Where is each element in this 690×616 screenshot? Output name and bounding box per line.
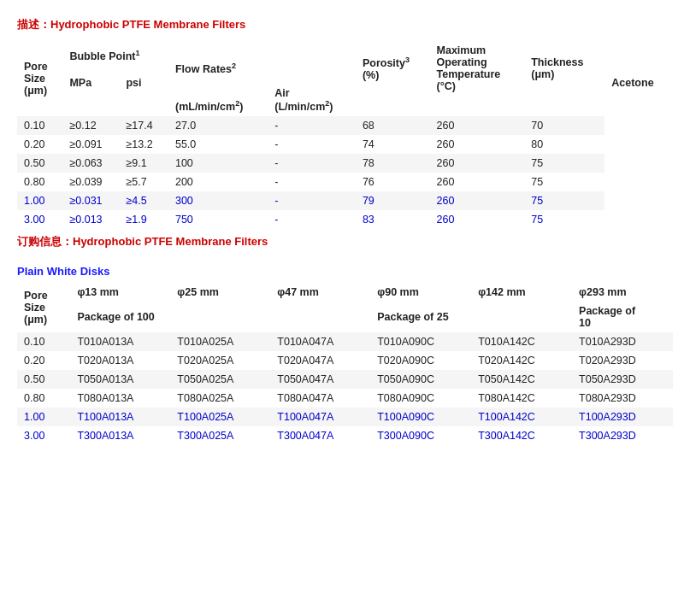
table1-cell: 0.50 (17, 154, 62, 173)
table1-cell: 3.00 (17, 210, 62, 229)
table2-cell: T300A293D (572, 426, 673, 445)
table2-cell: T300A142C (471, 426, 572, 445)
table2-cell: T100A293D (572, 408, 673, 426)
table2-cell: 0.50 (17, 370, 70, 389)
table1-cell: 260 (430, 191, 525, 210)
table1-cell: - (268, 173, 356, 191)
col2-header-pore: PoreSize(μm) (17, 283, 70, 332)
table2-cell: T020A047A (270, 351, 370, 370)
table2-cell: T080A090C (370, 389, 471, 408)
table2-cell: T300A090C (370, 426, 471, 445)
table2-cell: T300A025A (170, 426, 270, 445)
table1-cell: ≥1.9 (119, 210, 168, 229)
table2-cell: T020A090C (370, 351, 471, 370)
properties-table: PoreSize(μm) Bubble Point1 Flow Rates2 A… (17, 41, 673, 229)
table2-cell: T050A142C (471, 370, 572, 389)
col2-pkg100: Package of 100 (70, 302, 370, 332)
col-header-mpa: MPa (62, 69, 119, 96)
table1-cell: - (268, 116, 356, 135)
table1-cell: - (268, 191, 356, 210)
col2-header-phi142: φ142 mm (471, 283, 572, 302)
table1-cell: ≥9.1 (119, 154, 168, 173)
table2-cell: T010A293D (572, 332, 673, 351)
table2-cell: 3.00 (17, 426, 70, 445)
table2-cell: T010A142C (471, 332, 572, 351)
table2-cell: T010A047A (270, 332, 370, 351)
col-header-acetone: Acetone (604, 69, 673, 96)
table2-cell: T100A142C (471, 408, 572, 426)
table2-cell: T050A293D (572, 370, 673, 389)
table1-cell: ≥5.7 (119, 173, 168, 191)
table1-cell: 100 (168, 154, 268, 173)
table1-cell: 75 (524, 154, 604, 173)
section-title: 描述：Hydrophobic PTFE Membrane Filters (17, 17, 673, 32)
col-header-pore-size: PoreSize(μm) (17, 41, 62, 116)
table1-cell: ≥17.4 (119, 116, 168, 135)
table1-cell: 260 (430, 135, 525, 154)
table2-cell: T300A013A (70, 426, 170, 445)
table2-cell: T050A090C (370, 370, 471, 389)
table1-cell: 260 (430, 116, 525, 135)
table1-cell: ≥0.091 (62, 135, 119, 154)
col-header-flow-rates: Flow Rates2 (168, 41, 268, 96)
table2-cell: T020A142C (471, 351, 572, 370)
table2-cell: T100A090C (370, 408, 471, 426)
col2-header-phi293: φ293 mm (572, 283, 673, 302)
table1-cell: 300 (168, 191, 268, 210)
col-header-psi2 (119, 96, 168, 116)
table1-cell: 0.20 (17, 135, 62, 154)
table1-cell: ≥0.063 (62, 154, 119, 173)
col-header-porosity: Porosity3(%) (356, 41, 430, 96)
table2-cell: T080A293D (572, 389, 673, 408)
col-header-acetone-unit: (mL/min/cm2) (168, 96, 268, 116)
table1-cell: 55.0 (168, 135, 268, 154)
col2-pkg25: Package of 25 (370, 302, 572, 332)
table1-cell: 83 (356, 210, 430, 229)
col2-header-phi90: φ90 mm (370, 283, 471, 302)
table1-cell: 78 (356, 154, 430, 173)
col-header-thickness: Thickness(μm) (524, 41, 604, 96)
col2-pkg10: Package of10 (572, 302, 673, 332)
table1-cell: 68 (356, 116, 430, 135)
table2-cell: T100A047A (270, 408, 370, 426)
table1-cell: 1.00 (17, 191, 62, 210)
table1-cell: 76 (356, 173, 430, 191)
table1-cell: 750 (168, 210, 268, 229)
table2-cell: 0.10 (17, 332, 70, 351)
table1-cell: 200 (168, 173, 268, 191)
table1-cell: 75 (524, 173, 604, 191)
table1-cell: - (268, 135, 356, 154)
col-header-air: Air(L/min/cm2) (268, 41, 356, 116)
table1-cell: 0.10 (17, 116, 62, 135)
col2-header-phi25: φ25 mm (170, 283, 270, 302)
table1-cell: ≥4.5 (119, 191, 168, 210)
table2-cell: T080A013A (70, 389, 170, 408)
table1-cell: ≥0.031 (62, 191, 119, 210)
table1-cell: 80 (524, 135, 604, 154)
table1-cell: - (268, 210, 356, 229)
table1-cell: ≥0.12 (62, 116, 119, 135)
table1-cell: 75 (524, 191, 604, 210)
table2-cell: T050A013A (70, 370, 170, 389)
col-header-max-temp: MaximumOperatingTemperature(°C) (430, 41, 525, 96)
table2-cell: T020A013A (70, 351, 170, 370)
table2-cell: T300A047A (270, 426, 370, 445)
table1-cell: ≥0.039 (62, 173, 119, 191)
table1-cell: - (268, 154, 356, 173)
table2-cell: T020A025A (170, 351, 270, 370)
col2-header-phi47: φ47 mm (270, 283, 370, 302)
table2-cell: T020A293D (572, 351, 673, 370)
table1-cell: 75 (524, 210, 604, 229)
table1-cell: 260 (430, 210, 525, 229)
order-info: 订购信息：Hydrophobic PTFE Membrane Filters (17, 234, 673, 249)
plain-white-title: Plain White Disks (17, 265, 673, 278)
table2-cell: T010A025A (170, 332, 270, 351)
table2-cell: T080A142C (471, 389, 572, 408)
table1-cell: ≥0.013 (62, 210, 119, 229)
col2-header-phi13: φ13 mm (70, 283, 170, 302)
table2-cell: T050A025A (170, 370, 270, 389)
table2-cell: T010A013A (70, 332, 170, 351)
table2-cell: T080A047A (270, 389, 370, 408)
col-header-porosity2 (356, 96, 430, 116)
products-table: PoreSize(μm) φ13 mm φ25 mm φ47 mm φ90 mm… (17, 283, 673, 445)
